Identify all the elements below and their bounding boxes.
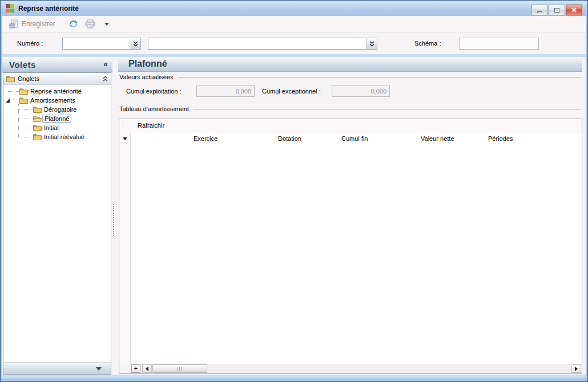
description-combo[interactable]	[148, 38, 377, 50]
column-header-cumul-fin[interactable]: Cumul fin	[341, 135, 368, 142]
tree-connector	[18, 109, 33, 110]
splitter-handle[interactable]	[113, 204, 116, 236]
table-selector-icon[interactable]	[123, 137, 127, 140]
cumul-exploitation-label: Cumul exploitation :	[126, 88, 182, 95]
description-combo-button[interactable]	[366, 38, 377, 49]
column-header-periodes[interactable]: Périodes	[488, 135, 513, 142]
group-line	[193, 109, 581, 109]
sidebar-scroll-down-button[interactable]	[3, 362, 111, 374]
chevron-down-icon	[104, 23, 109, 26]
minimize-icon	[537, 11, 542, 13]
maximize-icon	[554, 8, 559, 13]
refresh-icon	[69, 19, 78, 29]
folder-icon	[33, 133, 42, 140]
sidebar-header: Volets «	[2, 57, 112, 72]
chevron-double-down-icon	[133, 41, 138, 47]
maximize-button[interactable]	[549, 5, 565, 15]
group-line	[178, 77, 581, 78]
tree-item-label: Amortissements	[30, 97, 75, 104]
triangle-right-icon	[575, 367, 578, 371]
tree-item-label: Plafonné	[42, 115, 71, 123]
column-header-exercice[interactable]: Exercice	[194, 135, 218, 142]
close-button[interactable]	[566, 5, 582, 15]
numero-label: Numéro :	[17, 40, 43, 47]
onglets-group-label: Onglets	[18, 75, 39, 82]
tree-item-derogatoire[interactable]: Dérogatoire	[4, 105, 110, 114]
scroll-right-button[interactable]	[571, 364, 581, 373]
table-toolbar: Rafraichir	[119, 119, 582, 133]
schema-label: Schéma :	[414, 40, 441, 47]
tree-item-plafonne[interactable]: Plafonné	[4, 114, 110, 123]
refresh-button[interactable]	[65, 17, 82, 31]
tree-item-reprise-anteriorite[interactable]: Reprise antériorité	[4, 87, 110, 96]
tree-connector	[18, 128, 33, 128]
toolbar-separator	[118, 18, 118, 30]
refresh-table-button[interactable]: Rafraichir	[135, 122, 167, 129]
row-header-column	[119, 133, 131, 364]
folder-icon	[19, 97, 28, 104]
numero-combo-button[interactable]	[130, 38, 140, 49]
valeurs-group-legend: Valeurs actualisées	[119, 74, 174, 80]
chevron-down-icon	[96, 367, 102, 371]
main-panel-header: Plafonné	[118, 57, 582, 72]
amortization-table: Rafraichir Exercice Dotation Cumul fin V…	[119, 119, 582, 374]
tree-item-initial-reevalue[interactable]: Initial réévalué	[4, 132, 110, 141]
onglets-group-header[interactable]: Onglets	[3, 73, 111, 85]
window-title: Reprise antériorité	[18, 5, 79, 13]
scrollbar-thumb[interactable]	[152, 364, 207, 373]
save-icon	[9, 19, 19, 29]
horizontal-scrollbar[interactable]	[142, 364, 581, 373]
chevron-double-up-icon	[103, 76, 108, 82]
folder-open-icon	[33, 115, 42, 122]
cumul-exploitation-field: 0,000	[196, 86, 255, 97]
tree-connector	[18, 119, 33, 119]
chevron-double-down-icon	[369, 41, 374, 47]
save-button[interactable]: Enregistrer	[6, 17, 59, 31]
cumul-exceptionnel-field: 0,000	[332, 86, 390, 97]
titlebar: Reprise antériorité	[1, 1, 587, 16]
column-header-dotation[interactable]: Dotation	[278, 135, 301, 142]
record-selector-row: Numéro : Schéma :	[2, 32, 586, 54]
table-bottom-bar: +	[119, 364, 582, 373]
folder-icon	[33, 106, 42, 113]
numero-combo[interactable]	[62, 38, 141, 50]
print-dropdown-button[interactable]	[99, 17, 115, 31]
column-header-valeur-nette[interactable]: Valeur nette	[421, 135, 454, 142]
save-label: Enregistrer	[22, 20, 55, 28]
cumul-exceptionnel-label: Cumul exceptionnel :	[262, 88, 321, 95]
tableau-group-legend: Tableau d'amortissement	[119, 105, 189, 112]
add-row-button[interactable]: +	[131, 364, 140, 373]
tree-item-label: Dérogatoire	[44, 106, 76, 113]
tree-connector	[7, 91, 19, 92]
thumb-grip-icon	[178, 367, 182, 371]
print-button[interactable]	[82, 17, 99, 31]
minimize-button[interactable]	[531, 5, 548, 15]
folder-icon	[33, 124, 42, 131]
app-icon	[6, 4, 14, 13]
close-icon	[571, 7, 577, 13]
printer-icon	[85, 19, 95, 29]
onglets-tree: Reprise antériorité Amortissements Dérog…	[4, 87, 110, 155]
schema-input[interactable]	[459, 38, 539, 50]
tree-item-initial[interactable]: Initial	[4, 123, 110, 132]
tree-item-label: Initial réévalué	[44, 133, 84, 140]
sidebar-panel: Onglets Reprise antériorité Amortissemen…	[3, 72, 111, 375]
sidebar-title: Volets	[9, 60, 36, 70]
separator-strip	[2, 375, 586, 378]
scroll-left-button[interactable]	[142, 364, 152, 373]
tree-connector	[18, 137, 33, 137]
table-header-row: Exercice Dotation Cumul fin Valeur nette…	[131, 133, 582, 144]
page-title: Plafonné	[128, 59, 167, 69]
folder-icon	[19, 88, 28, 95]
window-controls	[531, 5, 582, 15]
table-body[interactable]	[131, 144, 582, 364]
toolbar-grip[interactable]	[123, 121, 124, 130]
tree-item-amortissements[interactable]: Amortissements	[4, 96, 110, 105]
folder-icon	[6, 75, 15, 82]
tree-expander-icon[interactable]	[6, 99, 10, 103]
toolbar-separator	[62, 18, 62, 30]
description-combo-value	[148, 38, 366, 49]
numero-combo-value	[63, 38, 130, 49]
collapse-sidebar-button[interactable]: «	[103, 59, 108, 68]
tree-item-label: Initial	[44, 124, 59, 131]
